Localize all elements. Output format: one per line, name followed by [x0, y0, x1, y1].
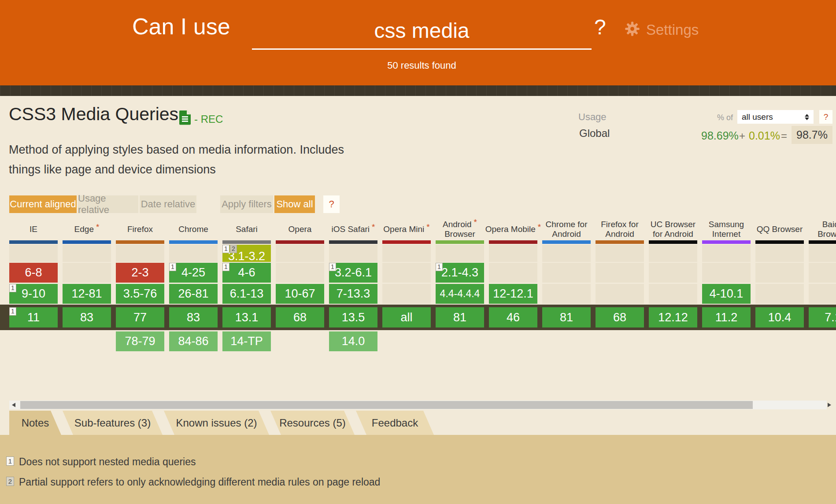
browser-header-samsung-internet[interactable]: SamsungInternet — [702, 219, 751, 239]
support-cell-opera-mobile[interactable]: 46 — [489, 307, 537, 327]
browser-header-ie[interactable]: IE — [9, 219, 58, 239]
note-ref-badge: 1 — [9, 307, 16, 316]
version-range: 3.5-76 — [123, 287, 157, 301]
note-ref-badge: 1 — [222, 245, 229, 253]
support-cell-firefox[interactable]: 2-3 — [116, 263, 164, 283]
support-cell-qq-browser[interactable]: 10.4 — [755, 307, 804, 327]
version-range: 12.12 — [658, 311, 688, 324]
usage-note-asterisk: * — [474, 217, 477, 227]
support-cell-opera-mini[interactable]: all — [382, 307, 431, 327]
browser-header-android-browser[interactable]: Android*Browser — [436, 219, 484, 239]
browser-header-chrome[interactable]: Chrome — [169, 219, 218, 239]
scroll-right-arrow-icon[interactable] — [828, 403, 831, 407]
browser-header-opera-mobile[interactable]: Opera Mobile* — [489, 219, 537, 239]
support-cell-baidu-browser[interactable]: 7.1 — [809, 307, 836, 327]
filter-date-relative-button[interactable]: Date relative — [140, 195, 196, 213]
settings-button[interactable]: Settings — [624, 21, 699, 39]
browser-header-safari[interactable]: Safari — [222, 219, 271, 239]
support-cell-ios-safari[interactable]: 14.0 — [329, 331, 377, 351]
support-cell-ios-safari[interactable]: 13.5 — [329, 307, 377, 327]
tab-feedback[interactable]: Feedback — [356, 411, 434, 435]
support-cell-ie[interactable]: 6-8 — [9, 263, 58, 283]
tab-resources[interactable]: Resources (5) — [270, 411, 355, 435]
support-cell-chrome[interactable]: 4-251 — [169, 263, 218, 283]
support-cell-safari[interactable]: 13.1 — [222, 307, 271, 327]
support-cell-firefox[interactable]: 78-79 — [116, 331, 164, 351]
support-cell-safari[interactable]: 6.1-13 — [222, 284, 271, 304]
tab-known-issues[interactable]: Known issues (2) — [164, 411, 269, 435]
support-cell-safari[interactable]: 4-61 — [222, 263, 271, 283]
support-cell-opera[interactable]: 68 — [276, 307, 324, 327]
usage-plus-sign: + — [739, 130, 745, 142]
filter-usage-relative-button[interactable]: Usage relative — [78, 195, 138, 213]
support-cell-chrome-android[interactable]: 81 — [542, 307, 591, 327]
support-cell-chrome[interactable]: 26-81 — [169, 284, 218, 304]
support-cell-chrome[interactable]: 83 — [169, 307, 218, 327]
support-cell-firefox[interactable]: 77 — [116, 307, 164, 327]
note-ref-badge: 1 — [222, 263, 229, 271]
browser-header-opera[interactable]: Opera — [276, 219, 324, 239]
support-cell-empty — [809, 284, 836, 304]
support-cell-edge[interactable]: 12-81 — [63, 284, 111, 304]
brand-strip-safari — [222, 240, 271, 244]
header-help-button[interactable]: ? — [594, 15, 606, 39]
browser-header-baidu-browser[interactable]: BaiduBrowser — [809, 219, 836, 239]
tab-notes[interactable]: Notes — [9, 411, 61, 435]
browser-header-firefox-android[interactable]: Firefox forAndroid — [596, 219, 644, 239]
support-cell-firefox-android[interactable]: 68 — [596, 307, 644, 327]
version-range: 4-10.1 — [710, 287, 744, 301]
version-range: 12-12.1 — [493, 287, 533, 301]
brand-strip-firefox — [116, 240, 164, 244]
show-all-button[interactable]: Show all — [274, 195, 315, 213]
feature-search[interactable]: css media — [252, 13, 592, 48]
support-cell-ios-safari[interactable]: 3.2-6.11 — [329, 263, 377, 283]
browser-header-firefox[interactable]: Firefox — [116, 219, 164, 239]
browser-header-edge[interactable]: Edge* — [63, 219, 111, 239]
support-cell-ie[interactable]: 111 — [9, 307, 58, 327]
version-range: 4-6 — [238, 266, 255, 280]
support-cell-samsung-internet[interactable]: 4-10.1 — [702, 284, 751, 304]
support-cell-safari[interactable]: 3.1-3.212 — [222, 245, 271, 262]
horizontal-scrollbar-thumb[interactable] — [20, 401, 753, 409]
spec-status[interactable]: - REC — [194, 113, 223, 125]
support-cell-ie[interactable]: 9-101 — [9, 284, 58, 304]
tab-sub-features[interactable]: Sub-features (3) — [63, 411, 163, 435]
browser-header-qq-browser[interactable]: QQ Browser — [755, 219, 804, 239]
support-cell-opera-mobile[interactable]: 12-12.1 — [489, 284, 537, 304]
spec-document-icon[interactable] — [179, 110, 191, 127]
support-cell-edge[interactable]: 83 — [63, 307, 111, 327]
support-cell-android-browser[interactable]: 81 — [436, 307, 484, 327]
settings-label: Settings — [646, 22, 699, 38]
support-cell-android-browser[interactable]: 4.4-4.4.4 — [436, 284, 484, 304]
filters-help-button[interactable]: ? — [323, 195, 340, 213]
site-logo[interactable]: Can I use — [132, 13, 230, 40]
brand-strip-opera — [276, 240, 324, 244]
support-cell-samsung-internet[interactable]: 11.2 — [702, 307, 751, 327]
page-title: CSS3 Media Queries — [9, 104, 178, 125]
support-cell-ios-safari[interactable]: 7-13.3 — [329, 284, 377, 304]
usage-source-select[interactable]: all users — [737, 110, 814, 124]
support-cell-firefox[interactable]: 3.5-76 — [116, 284, 164, 304]
scroll-left-arrow-icon[interactable] — [12, 403, 15, 407]
support-cell-uc-browser[interactable]: 12.12 — [649, 307, 697, 327]
search-input[interactable]: css media — [252, 18, 592, 43]
browser-header-ios-safari[interactable]: iOS Safari* — [329, 219, 377, 239]
usage-help-button[interactable]: ? — [819, 110, 832, 124]
browser-header-opera-mini[interactable]: Opera Mini* — [382, 219, 431, 239]
support-cell-safari[interactable]: 14-TP — [222, 331, 271, 351]
description-line: Method of applying styles based on media… — [9, 140, 344, 160]
apply-filters-button[interactable]: Apply filters — [220, 195, 273, 213]
version-range: 13.1 — [235, 311, 259, 324]
support-cell-android-browser[interactable]: 2.1-4.31 — [436, 263, 484, 283]
support-cell-opera[interactable]: 10-67 — [276, 284, 324, 304]
feature-description: Method of applying styles based on media… — [9, 140, 344, 180]
version-range: 6-8 — [25, 266, 42, 280]
support-cell-empty — [9, 245, 58, 262]
browser-header-uc-browser[interactable]: UC Browserfor Android — [649, 219, 697, 239]
support-cell-chrome[interactable]: 84-86 — [169, 331, 218, 351]
browser-header-chrome-android[interactable]: Chrome forAndroid — [542, 219, 591, 239]
site-header: Can I use css media ? Settings — [0, 0, 836, 85]
usage-equals-sign: = — [781, 130, 787, 142]
filter-current-aligned-button[interactable]: Current aligned — [9, 195, 77, 213]
note-marker: 1 — [6, 456, 14, 466]
